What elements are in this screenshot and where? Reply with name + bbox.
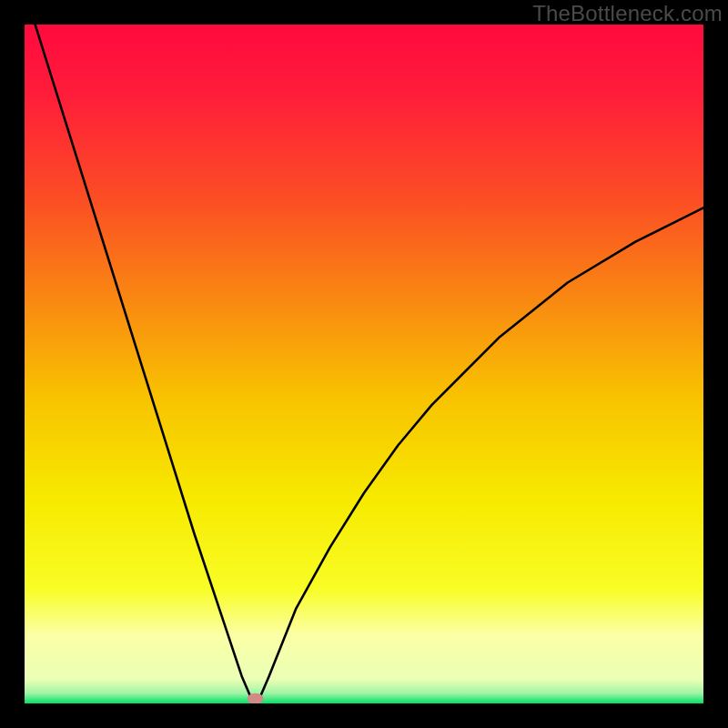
gradient-background [25,25,703,703]
watermark-text: TheBottleneck.com [532,1,723,26]
bottleneck-plot [25,25,703,703]
chart-stage: TheBottleneck.com [0,0,728,728]
